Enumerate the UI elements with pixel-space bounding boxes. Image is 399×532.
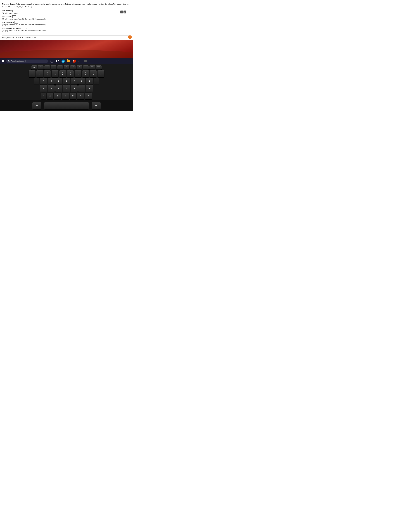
key-x[interactable]: X xyxy=(46,93,54,99)
key-esc[interactable]: Esc xyxy=(31,65,37,70)
zxcv-row: Z X C V B N M xyxy=(0,93,133,99)
key-alt-right[interactable]: Alt xyxy=(92,102,101,109)
key-6[interactable]: ^ 6 xyxy=(74,70,82,77)
task-view-button[interactable] xyxy=(50,59,54,63)
windows-start-button[interactable] xyxy=(1,59,6,63)
system-tray-expand[interactable]: ∧ xyxy=(131,60,132,62)
key-v[interactable]: V xyxy=(62,93,69,99)
edge-browser-button[interactable] xyxy=(61,59,65,63)
widgets-button[interactable] xyxy=(55,59,60,63)
keyboard: Esc ☆ F1 ✳ F2 ▷II F3 ◁× F4 ◁) F4 ◁)) F5 … xyxy=(0,64,133,100)
key-space[interactable] xyxy=(44,102,89,109)
key-r[interactable]: R xyxy=(55,78,62,85)
answer-block: The range is . (Simplify your answer.) T… xyxy=(2,10,131,32)
key-f7[interactable]: —·- F7 xyxy=(83,65,89,70)
camera-button[interactable] xyxy=(83,59,88,63)
key-f2[interactable]: ✳ F2 xyxy=(44,65,50,70)
mean-label: The mean is xyxy=(2,16,12,18)
number-key-row: ~ ` ! 1 @ 2 # 3 $ 4 % 5 ^ 6 & 7 xyxy=(0,70,133,77)
stddev-label: The standard deviation is xyxy=(2,27,21,29)
question-intro: The ages (in years) of a random sample o… xyxy=(2,2,131,5)
data-line: 12, 20, 23, 15, 16, 18, 20, 17, 13, 15 xyxy=(2,6,131,8)
taskbar-search[interactable]: 🔍 Type here to search xyxy=(6,59,48,63)
key-u[interactable]: U xyxy=(78,78,85,85)
camera-icon xyxy=(84,60,87,62)
key-o[interactable] xyxy=(94,78,99,85)
mean-row: The mean is . (Simplify your answer. Rou… xyxy=(2,15,131,20)
key-8[interactable]: * 8 xyxy=(90,70,97,77)
key-n[interactable]: N xyxy=(77,93,84,99)
key-j[interactable]: J xyxy=(78,85,85,92)
circle-icon xyxy=(51,60,53,63)
key-f4[interactable]: ◁× F4 xyxy=(57,65,63,70)
nav-back-button[interactable]: ◄ xyxy=(120,10,123,13)
key-e[interactable]: E xyxy=(48,78,55,85)
key-5[interactable]: % 5 xyxy=(67,70,74,77)
key-d[interactable]: D xyxy=(48,85,55,92)
key-f5[interactable]: ◁)) F5 xyxy=(70,65,76,70)
help-button[interactable]: ? xyxy=(128,35,132,39)
notification-app-button[interactable]: 99+ xyxy=(72,59,76,63)
key-prtscn[interactable]: PrtScn F8 xyxy=(89,65,95,70)
variance-note: (Simplify your answer. Round to the near… xyxy=(2,24,131,26)
key-q[interactable] xyxy=(34,78,39,85)
key-w[interactable]: W xyxy=(40,78,47,85)
mean-line1: The mean is . xyxy=(2,15,131,18)
bottom-key-row: Alt Alt xyxy=(0,100,133,111)
nav-arrows: ◄ ► xyxy=(120,10,127,29)
key-3[interactable]: # 3 xyxy=(51,70,59,77)
key-f1[interactable]: ☆ F1 xyxy=(38,65,44,70)
nav-forward-button[interactable]: ► xyxy=(124,10,127,13)
key-backtick[interactable]: ~ ` xyxy=(29,70,36,77)
folder-icon xyxy=(67,60,70,62)
key-g[interactable]: G xyxy=(63,85,70,92)
variance-input[interactable] xyxy=(14,21,18,24)
key-f6[interactable]: ☀ F6 xyxy=(76,65,82,70)
key-i[interactable]: I xyxy=(86,78,93,85)
key-s[interactable]: S xyxy=(40,85,47,92)
key-h[interactable]: H xyxy=(71,85,78,92)
stddev-line1: The standard deviation is . xyxy=(2,27,131,29)
key-k[interactable]: K xyxy=(86,85,93,92)
key-7[interactable]: & 7 xyxy=(82,70,89,77)
taskbar: 🔍 Type here to search 99+ xyxy=(0,58,133,64)
key-4[interactable]: $ 4 xyxy=(59,70,66,77)
file-explorer-button[interactable] xyxy=(66,59,71,63)
stddev-note: (Simplify your answer. Round to the near… xyxy=(2,30,131,32)
range-input[interactable] xyxy=(13,10,16,12)
app-badge: 99+ xyxy=(73,60,75,62)
back-icon: ⟵ xyxy=(78,60,81,62)
stddev-row: The standard deviation is . (Simplify yo… xyxy=(2,27,131,32)
fn-key-row: Esc ☆ F1 ✳ F2 ▷II F3 ◁× F4 ◁) F4 ◁)) F5 … xyxy=(0,65,133,70)
key-f3[interactable]: ▷II F3 xyxy=(51,65,57,70)
svg-rect-1 xyxy=(3,60,4,61)
enter-note: Enter your answer in each of the answer … xyxy=(2,36,131,38)
key-z[interactable]: Z xyxy=(41,93,46,99)
key-9[interactable]: ( 9 xyxy=(97,70,105,77)
widget-cell-1 xyxy=(56,60,57,61)
key-b[interactable]: B xyxy=(70,93,76,99)
key-f4b[interactable]: ◁) F4 xyxy=(63,65,70,70)
key-2[interactable]: @ 2 xyxy=(44,70,51,77)
desktop-wallpaper xyxy=(0,40,133,58)
key-f[interactable]: F xyxy=(55,85,62,92)
mean-note: (Simplify your answer. Round to the near… xyxy=(2,18,131,20)
stddev-input[interactable] xyxy=(22,27,26,29)
key-alt-left[interactable]: Alt xyxy=(32,102,41,109)
key-m[interactable]: M xyxy=(85,93,92,99)
key-home[interactable]: Home F9 xyxy=(96,65,102,70)
key-t[interactable]: T xyxy=(63,78,70,85)
search-icon: 🔍 xyxy=(8,60,10,62)
copy-icon[interactable] xyxy=(31,6,33,8)
search-placeholder-text: Type here to search xyxy=(11,60,26,62)
asdf-row: S D F G H J K xyxy=(0,85,133,92)
range-line1: The range is . xyxy=(2,10,131,12)
range-row: The range is . (Simplify your answer.) xyxy=(2,10,131,14)
back-taskbar-button[interactable]: ⟵ xyxy=(77,59,82,63)
edge-icon xyxy=(62,59,65,63)
key-1[interactable]: ! 1 xyxy=(36,70,43,77)
app-icon: 99+ xyxy=(73,60,76,63)
mean-input[interactable] xyxy=(13,15,16,18)
key-y[interactable]: Y xyxy=(71,78,78,85)
key-c[interactable]: C xyxy=(54,93,61,99)
